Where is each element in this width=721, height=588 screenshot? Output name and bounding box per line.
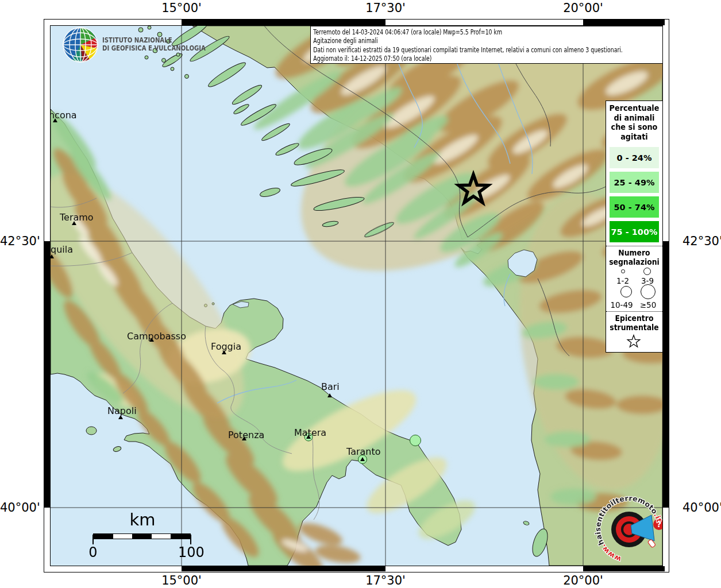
- legend-panel: Percentuale di animali che si sono agita…: [606, 100, 663, 353]
- city-marker-napoli: [118, 415, 123, 419]
- legend-divider-2: [606, 311, 662, 312]
- frame-band-bottom-2: [583, 566, 665, 571]
- axis-label-right-40: 40°00': [683, 501, 721, 514]
- report-bin-label-1: 1-2: [611, 276, 634, 285]
- legend-swatch-25-49: 25 - 49%: [610, 172, 659, 193]
- ingv-name: ISTITUTO NAZIONALE DI GEOFISICA E VULCAN…: [102, 37, 206, 52]
- report-circle: [410, 435, 421, 446]
- axis-label-bottom-17: 17°30': [351, 574, 420, 587]
- frame-band-left: [44, 241, 50, 508]
- legend-star-icon: [622, 333, 645, 350]
- frame-band-right: [663, 241, 669, 508]
- scalebar-start-label: 0: [87, 544, 99, 560]
- scalebar-tick-start: [92, 535, 94, 544]
- city-marker-potenza: [242, 436, 246, 440]
- report-size-icon-2: [643, 268, 651, 275]
- legend-reports-title: Numero segnalazioni: [608, 248, 660, 266]
- ingv-name-line2: DI GEOFISICA E VULCANOLOGIA: [102, 45, 206, 53]
- info-line-updated: Aggiornato il: 14-12-2025 07:50 (ora loc…: [313, 54, 561, 63]
- city-label-teramo: Teramo: [60, 212, 94, 223]
- city-marker-campobasso: [149, 338, 154, 342]
- scalebar-tick-end: [190, 535, 191, 544]
- report-size-icon-4: [641, 284, 656, 299]
- axis-label-bottom-15: 15°00': [147, 574, 216, 587]
- scalebar-seg: [94, 534, 113, 539]
- report-bin-label-3: 10-49: [608, 300, 635, 310]
- axis-label-left-40: 40°00': [0, 501, 39, 514]
- info-line-disclaimer: Dati non verificati estratti da 19 quest…: [313, 45, 561, 54]
- info-line-subject: Agitazione degli animali: [313, 36, 561, 45]
- scalebar-seg: [132, 534, 152, 539]
- city-marker-taranto: [360, 457, 365, 461]
- axis-label-top-15: 15°00': [147, 1, 216, 15]
- legend-divider-1: [606, 246, 662, 246]
- legend-swatch-0-24: 0 - 24%: [610, 147, 659, 168]
- report-size-icon-1: [621, 269, 625, 273]
- city-label-taranto: Taranto: [346, 446, 381, 457]
- city-marker-matera: [306, 435, 311, 439]
- axis-label-right-42: 42°30': [683, 234, 721, 248]
- city-label-laquila: L'Aquila: [50, 244, 73, 255]
- frame-band-top-1: [182, 20, 385, 25]
- city-marker-laquila: [50, 254, 54, 258]
- city-label-bari: Bari: [321, 381, 340, 392]
- report-size-icon-3: [620, 286, 632, 297]
- city-marker-foggia: [222, 350, 226, 354]
- city-marker-ancona: [53, 118, 57, 122]
- info-line-event: Terremoto del 14-03-2024 04:06:47 (ora l…: [313, 28, 561, 36]
- scalebar: [93, 533, 191, 539]
- legend-swatch-75-100: 75 - 100%: [610, 221, 659, 242]
- frame-band-bottom-1: [182, 566, 385, 571]
- axis-label-left-42: 42°30': [0, 234, 39, 248]
- haisentitoilterremoto-logo: ? www.haisentitoilterremoto.it: [589, 487, 663, 566]
- report-bin-label-4: ≥50: [636, 300, 660, 310]
- ingv-name-line1: ISTITUTO NAZIONALE: [102, 37, 206, 45]
- axis-label-top-17: 17°30': [351, 1, 420, 15]
- scalebar-unit: km: [114, 510, 171, 529]
- frame-band-top-2: [583, 20, 665, 25]
- scalebar-seg: [171, 534, 190, 539]
- legend-swatch-50-74: 50 - 74%: [610, 196, 659, 218]
- city-label-campobasso: Campobasso: [127, 331, 186, 342]
- legend-epicenter-title: Epicentro strumentale: [608, 314, 660, 332]
- ingv-logo: ISTITUTO NAZIONALE DI GEOFISICA E VULCAN…: [56, 26, 246, 67]
- scalebar-end-label: 100: [178, 544, 203, 560]
- legend-percent-title: Percentuale di animali che si sono agita…: [607, 103, 661, 141]
- city-marker-bari: [327, 393, 332, 397]
- city-marker-teramo: [72, 221, 76, 225]
- scalebar-seg: [152, 534, 171, 539]
- map-canvas: Terremoto del 14-03-2024 04:06:47 (ora l…: [50, 25, 663, 566]
- ingv-globe-icon: [56, 26, 100, 64]
- scalebar-seg: [113, 534, 133, 539]
- earthquake-info-box: Terremoto del 14-03-2024 04:06:47 (ora l…: [310, 26, 663, 64]
- axis-label-top-20: 20°00': [549, 1, 618, 15]
- terrain-svg: [51, 26, 662, 566]
- island-ischia: [86, 427, 97, 435]
- axis-label-bottom-20: 20°00': [549, 574, 618, 587]
